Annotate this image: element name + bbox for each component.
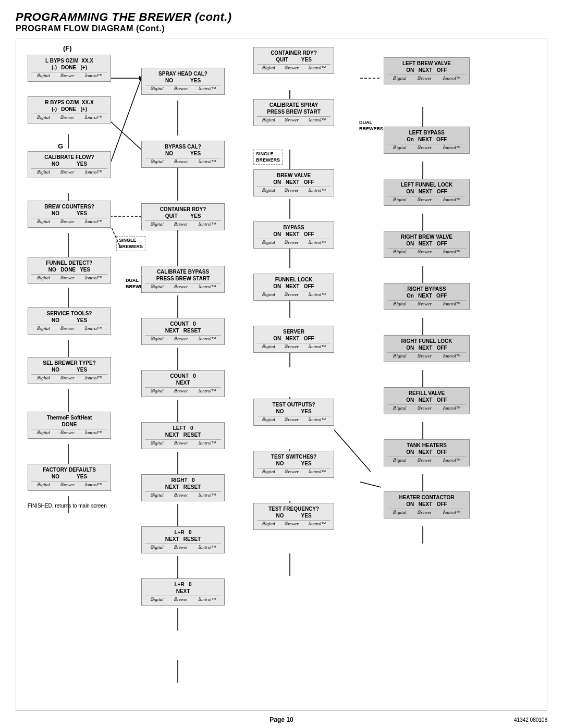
factory-defaults-box: FACTORY DEFAULTSNO YES 𝔹igital 𝔹rewer 𝕀o… — [28, 464, 111, 491]
left-funnel-lock-text: LEFT FUNNEL LOCKON NEXT OFF — [387, 181, 466, 195]
finished-text: FINISHED, returns to main screen — [28, 503, 107, 509]
server-box: SERVERON NEXT OFF 𝔹igital 𝔹rewer 𝕀ontrol… — [253, 326, 334, 353]
tank-heaters-box: TANK HEATERSON NEXT OFF 𝔹igital 𝔹rewer 𝕀… — [384, 439, 470, 466]
right-bypass-text: RIGHT BYPASSOn NEXT OFF — [387, 286, 466, 299]
bypass-text: BYPASSON NEXT OFF — [257, 224, 331, 238]
brew-counters-box: BREW COUNTERS?NO YES 𝔹igital 𝔹rewer 𝕀ont… — [28, 201, 111, 228]
brand2: 𝔹rewer — [60, 73, 75, 79]
spray-head-cal-box: SPRAY HEAD CAL?NO YES 𝔹igital 𝔹rewer 𝕀on… — [141, 68, 225, 95]
left-funnel-lock-box: LEFT FUNNEL LOCKON NEXT OFF 𝔹igital 𝔹rew… — [384, 179, 470, 206]
spray-head-cal-text: SPRAY HEAD CAL?NO YES — [145, 70, 221, 84]
right-brew-valve-text: RIGHT BREW VALVEON NEXT OFF — [387, 233, 466, 247]
count0-2-box: COUNT 0NEXT 𝔹igital 𝔹rewer 𝕀ontrol™ — [141, 370, 225, 397]
bypass-box: BYPASSON NEXT OFF 𝔹igital 𝔹rewer 𝕀ontrol… — [253, 221, 334, 249]
count0-1-box: COUNT 0NEXT RESET 𝔹igital 𝔹rewer 𝕀ontrol… — [141, 318, 225, 345]
svg-line-50 — [360, 482, 381, 487]
page-number: Page 10 — [270, 716, 293, 723]
count0-2-text: COUNT 0NEXT — [145, 373, 221, 386]
funnel-lock-text: FUNNEL LOCKON NEXT OFF — [257, 276, 331, 290]
left-brew-valve-box: LEFT BREW VALVEON NEXT OFF 𝔹igital 𝔹rewe… — [384, 57, 470, 84]
test-outputs-box: TEST OUTPUTS?NO YES 𝔹igital 𝔹rewer 𝕀ontr… — [253, 399, 334, 426]
page-header: PROGRAMMING THE BREWER (cont.) PROGRAM F… — [16, 10, 547, 33]
heater-contactor-box: HEATER CONTACTORON NEXT OFF 𝔹igital 𝔹rew… — [384, 491, 470, 519]
funnel-lock-box: FUNNEL LOCKON NEXT OFF 𝔹igital 𝔹rewer 𝕀o… — [253, 274, 334, 301]
brew-valve-box: BREW VALVEON NEXT OFF 𝔹igital 𝔹rewer 𝕀on… — [253, 169, 334, 196]
lpr0-2-box: L+R 0NEXT 𝔹igital 𝔹rewer 𝕀ontrol™ — [141, 578, 225, 606]
refill-valve-text: REFILL VALVEON NEXT OFF — [387, 390, 466, 403]
container-rdy2-text: CONTAINER RDY?QUIT YES — [145, 206, 221, 219]
sel-brewer-box: SEL BREWER TYPE?NO YES 𝔹igital 𝔹rewer 𝕀o… — [28, 357, 111, 384]
server-text: SERVERON NEXT OFF — [257, 328, 331, 342]
count0-1-text: COUNT 0NEXT RESET — [145, 320, 221, 334]
left-brew-valve-text: LEFT BREW VALVEON NEXT OFF — [387, 60, 466, 73]
container-rdy1-text: CONTAINER RDY?QUIT YES — [257, 50, 331, 63]
brand1: 𝔹igital — [36, 73, 50, 79]
l-byps-text: L BYPS OZ/M XX.X(-) DONE (+) — [31, 57, 107, 71]
g-label: G — [58, 142, 63, 150]
bypass-cal-text: BYPASS CAL?NO YES — [145, 143, 221, 157]
left-bypass-text: LEFT BYPASSOn NEXT OFF — [387, 129, 466, 143]
diagram-container: (F) L BYPS OZ/M XX.X(-) DONE (+) 𝔹igital… — [16, 39, 547, 711]
page-footer: Page 10 — [16, 716, 547, 723]
doc-number: 41342 080108 — [514, 717, 547, 723]
dual-brewers-center-label: DUALBREWERS — [359, 120, 383, 132]
service-tools-box: SERVICE TOOLS?NO YES 𝔹igital 𝔹rewer 𝕀ont… — [28, 307, 111, 335]
test-switches-text: TEST SWITCHES?NO YES — [257, 453, 331, 467]
calibrate-spray-text: CALIBRATE SPRAYPRESS BREW START — [257, 102, 331, 115]
thermof-box: ThermoF SoftHeatDONE 𝔹igital 𝔹rewer 𝕀ont… — [28, 412, 111, 439]
thermof-text: ThermoF SoftHeatDONE — [31, 414, 107, 428]
single-brewers-label: SINGLEBREWERS — [116, 236, 145, 251]
calibrate-bypass-box: CALIBRATE BYPASSPRESS BREW START 𝔹igital… — [141, 266, 225, 293]
left0-text: LEFT 0NEXT RESET — [145, 425, 221, 438]
test-outputs-text: TEST OUTPUTS?NO YES — [257, 401, 331, 415]
tank-heaters-text: TANK HEATERSON NEXT OFF — [387, 442, 466, 455]
brand3: 𝕀ontrol™ — [84, 73, 103, 79]
calibrate-spray-box: CALIBRATE SPRAYPRESS BREW START 𝔹igital … — [253, 99, 334, 126]
brew-valve-text: BREW VALVEON NEXT OFF — [257, 172, 331, 186]
left-bypass-box: LEFT BYPASSOn NEXT OFF 𝔹igital 𝔹rewer 𝕀o… — [384, 127, 470, 154]
test-switches-box: TEST SWITCHES?NO YES 𝔹igital 𝔹rewer 𝕀ont… — [253, 451, 334, 478]
r-byps-text: R BYPS OZ/M XX.X(-) DONE (+) — [31, 99, 107, 113]
calibrate-flow-text: CALIBRATE FLOW?NO YES — [31, 154, 107, 167]
single-brewers-center-label: SINGLEBREWERS — [253, 150, 283, 165]
container-rdy1-box: CONTAINER RDY?QUIT YES 𝔹igital 𝔹rewer 𝕀o… — [253, 47, 334, 74]
calibrate-flow-box: CALIBRATE FLOW?NO YES 𝔹igital 𝔹rewer 𝕀on… — [28, 151, 111, 178]
left0-box: LEFT 0NEXT RESET 𝔹igital 𝔹rewer 𝕀ontrol™ — [141, 422, 225, 449]
right0-text: RIGHT 0NEXT RESET — [145, 477, 221, 490]
test-frequency-box: TEST FREQUENCY?NO YES 𝔹igital 𝔹rewer 𝕀on… — [253, 503, 334, 530]
main-title: PROGRAMMING THE BREWER (cont.) — [16, 10, 547, 24]
l-byps-box: L BYPS OZ/M XX.X(-) DONE (+) 𝔹igital 𝔹re… — [28, 55, 111, 82]
right-brew-valve-box: RIGHT BREW VALVEON NEXT OFF 𝔹igital 𝔹rew… — [384, 231, 470, 258]
bypass-cal-box: BYPASS CAL?NO YES 𝔹igital 𝔹rewer 𝕀ontrol… — [141, 141, 225, 168]
lpr0-1-box: L+R 0NEXT RESET 𝔹igital 𝔹rewer 𝕀ontrol™ — [141, 526, 225, 553]
r-byps-box: R BYPS OZ/M XX.X(-) DONE (+) 𝔹igital 𝔹re… — [28, 96, 111, 124]
right-funel-lock-text: RIGHT FUNEL LOCKON NEXT OFF — [387, 338, 466, 351]
subtitle: PROGRAM FLOW DIAGRAM (Cont.) — [16, 24, 547, 33]
lpr0-1-text: L+R 0NEXT RESET — [145, 529, 221, 542]
svg-line-43 — [106, 78, 141, 176]
test-frequency-text: TEST FREQUENCY?NO YES — [257, 505, 331, 519]
refill-valve-box: REFILL VALVEON NEXT OFF 𝔹igital 𝔹rewer 𝕀… — [384, 387, 470, 414]
factory-defaults-text: FACTORY DEFAULTSNO YES — [31, 466, 107, 480]
right-bypass-box: RIGHT BYPASSOn NEXT OFF 𝔹igital 𝔹rewer 𝕀… — [384, 283, 470, 310]
brew-counters-text: BREW COUNTERS?NO YES — [31, 203, 107, 217]
f-label: (F) — [63, 44, 72, 52]
heater-contactor-text: HEATER CONTACTORON NEXT OFF — [387, 494, 466, 508]
service-tools-text: SERVICE TOOLS?NO YES — [31, 310, 107, 324]
svg-line-49 — [334, 430, 371, 472]
sel-brewer-text: SEL BREWER TYPE?NO YES — [31, 360, 107, 373]
container-rdy2-box: CONTAINER RDY?QUIT YES 𝔹igital 𝔹rewer 𝕀o… — [141, 203, 225, 230]
funnel-detect-text: FUNNEL DETECT?NO DONE YES — [31, 260, 107, 273]
lpr0-2-text: L+R 0NEXT — [145, 581, 221, 595]
right-funel-lock-box: RIGHT FUNEL LOCKON NEXT OFF 𝔹igital 𝔹rew… — [384, 335, 470, 362]
right0-box: RIGHT 0NEXT RESET 𝔹igital 𝔹rewer 𝕀ontrol… — [141, 474, 225, 501]
calibrate-bypass-text: CALIBRATE BYPASSPRESS BREW START — [145, 268, 221, 282]
funnel-detect-box: FUNNEL DETECT?NO DONE YES 𝔹igital 𝔹rewer… — [28, 257, 111, 284]
